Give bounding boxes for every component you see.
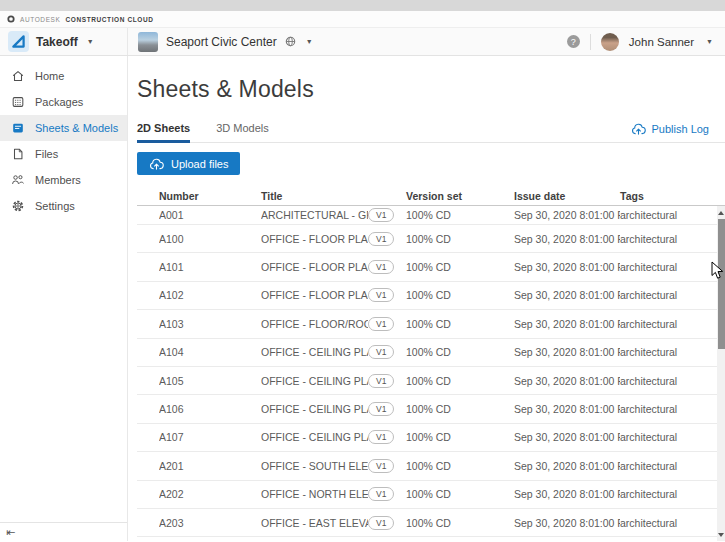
upload-files-button[interactable]: Upload files bbox=[137, 152, 240, 175]
cell-version-set: 100% CD bbox=[406, 431, 514, 443]
cell-title: OFFICE - EAST ELEVATI... bbox=[261, 517, 368, 529]
cell-version-set: 100% CD bbox=[406, 289, 514, 301]
table-row[interactable]: A106 OFFICE - CEILING PLA... V1 100% CD … bbox=[137, 395, 725, 423]
cell-version-set: 100% CD bbox=[406, 488, 514, 500]
tab-2d-sheets[interactable]: 2D Sheets bbox=[137, 122, 190, 142]
cell-tags: architectural bbox=[620, 346, 725, 358]
version-badge[interactable]: V1 bbox=[368, 430, 394, 444]
file-icon bbox=[11, 147, 25, 161]
cell-tags: architectural bbox=[620, 289, 725, 301]
column-header-title[interactable]: Title bbox=[261, 190, 406, 202]
scrollbar-thumb[interactable] bbox=[718, 219, 725, 349]
publish-log-link[interactable]: Publish Log bbox=[631, 123, 710, 142]
cell-title: OFFICE - CEILING PLA... bbox=[261, 431, 368, 443]
chevron-down-icon: ▼ bbox=[306, 38, 313, 45]
sidebar-item-packages[interactable]: Packages bbox=[0, 89, 127, 115]
version-badge[interactable]: V1 bbox=[368, 487, 394, 501]
sidebar-item-label: Home bbox=[35, 70, 64, 82]
product-name: Takeoff bbox=[36, 35, 78, 49]
cell-tags: architectural bbox=[620, 375, 725, 387]
table-row[interactable]: A201 OFFICE - SOUTH ELEVA... V1 100% CD … bbox=[137, 452, 725, 480]
cell-title: OFFICE - FLOOR/ROOF ... bbox=[261, 318, 368, 330]
cell-number: A201 bbox=[159, 460, 261, 472]
publish-log-label: Publish Log bbox=[652, 123, 710, 135]
tab-3d-models[interactable]: 3D Models bbox=[216, 122, 269, 142]
cell-title: OFFICE - NORTH ELEVA... bbox=[261, 488, 368, 500]
table-row[interactable]: A102 OFFICE - FLOOR PLAN ... V1 100% CD … bbox=[137, 282, 725, 310]
app-header: Takeoff ▼ Seaport Civic Center ▼ ? John … bbox=[0, 28, 725, 56]
table-row[interactable]: A101 OFFICE - FLOOR PLAN ... V1 100% CD … bbox=[137, 253, 725, 281]
version-badge[interactable]: V1 bbox=[368, 260, 394, 274]
product-switcher[interactable]: Takeoff ▼ bbox=[0, 28, 128, 55]
cell-version-set: 100% CD bbox=[406, 261, 514, 273]
sidebar-item-home[interactable]: Home bbox=[0, 63, 127, 89]
sidebar-item-members[interactable]: Members bbox=[0, 167, 127, 193]
version-badge[interactable]: V1 bbox=[368, 374, 394, 388]
cell-title: OFFICE - CEILING PLA... bbox=[261, 375, 368, 387]
version-badge[interactable]: V1 bbox=[368, 317, 394, 331]
user-name: John Sanner bbox=[629, 36, 694, 48]
version-badge[interactable]: V1 bbox=[368, 402, 394, 416]
version-badge[interactable]: V1 bbox=[368, 459, 394, 473]
column-header-version-set[interactable]: Version set bbox=[406, 190, 514, 202]
avatar[interactable] bbox=[601, 33, 619, 51]
table-row[interactable]: A105 OFFICE - CEILING PLA... V1 100% CD … bbox=[137, 367, 725, 395]
table-row[interactable]: A100 OFFICE - FLOOR PLAN ... V1 100% CD … bbox=[137, 225, 725, 253]
table-row[interactable]: A103 OFFICE - FLOOR/ROOF ... V1 100% CD … bbox=[137, 310, 725, 338]
cell-title: OFFICE - FLOOR PLAN ... bbox=[261, 233, 368, 245]
chevron-down-icon[interactable]: ▼ bbox=[706, 38, 713, 45]
sidebar-collapse-button[interactable]: ⇤ bbox=[0, 522, 127, 541]
version-badge[interactable]: V1 bbox=[368, 208, 394, 222]
autodesk-logo-icon bbox=[7, 15, 15, 23]
column-header-issue-date[interactable]: Issue date bbox=[514, 190, 620, 202]
scroll-up-arrow-icon[interactable] bbox=[717, 207, 725, 218]
table-row[interactable]: A104 OFFICE - CEILING PLA... V1 100% CD … bbox=[137, 339, 725, 367]
cloud-upload-icon bbox=[631, 123, 646, 135]
cell-version-set: 100% CD bbox=[406, 233, 514, 245]
home-icon bbox=[11, 69, 25, 83]
collapse-icon: ⇤ bbox=[6, 526, 15, 539]
cloud-upload-icon bbox=[149, 158, 164, 170]
cell-issue-date: Sep 30, 2020 8:01:00 P... bbox=[514, 488, 620, 500]
page-title: Sheets & Models bbox=[137, 76, 725, 103]
vertical-scrollbar[interactable] bbox=[717, 206, 725, 541]
cell-version-set: 100% CD bbox=[406, 403, 514, 415]
table-row[interactable]: A203 OFFICE - EAST ELEVATI... V1 100% CD… bbox=[137, 509, 725, 537]
cell-number: A202 bbox=[159, 488, 261, 500]
cell-issue-date: Sep 30, 2020 8:01:00 P... bbox=[514, 289, 620, 301]
cell-version-set: 100% CD bbox=[406, 517, 514, 529]
cell-issue-date: Sep 30, 2020 8:01:00 P... bbox=[514, 261, 620, 273]
sidebar-item-label: Sheets & Models bbox=[35, 122, 118, 134]
cell-title: ARCHITECTURAL - GRA... bbox=[261, 209, 368, 221]
cell-number: A001 bbox=[159, 209, 261, 221]
version-badge[interactable]: V1 bbox=[368, 345, 394, 359]
tab-bar: 2D Sheets 3D Models Publish Log bbox=[137, 118, 725, 143]
cell-number: A105 bbox=[159, 375, 261, 387]
table-row[interactable]: A202 OFFICE - NORTH ELEVA... V1 100% CD … bbox=[137, 481, 725, 509]
column-header-tags[interactable]: Tags bbox=[620, 190, 725, 202]
cell-issue-date: Sep 30, 2020 8:01:00 P... bbox=[514, 233, 620, 245]
brand-autodesk: AUTODESK bbox=[20, 16, 60, 23]
cell-number: A106 bbox=[159, 403, 261, 415]
cell-number: A104 bbox=[159, 346, 261, 358]
cell-title: OFFICE - SOUTH ELEVA... bbox=[261, 460, 368, 472]
sidebar-item-settings[interactable]: Settings bbox=[0, 193, 127, 219]
version-badge[interactable]: V1 bbox=[368, 232, 394, 246]
version-badge[interactable]: V1 bbox=[368, 516, 394, 530]
sidebar-item-sheets-models[interactable]: Sheets & Models bbox=[0, 115, 127, 141]
table-row[interactable]: A107 OFFICE - CEILING PLA... V1 100% CD … bbox=[137, 424, 725, 452]
cell-number: A203 bbox=[159, 517, 261, 529]
sidebar: Home Packages Sheets & Models bbox=[0, 56, 128, 541]
cell-title: OFFICE - FLOOR PLAN ... bbox=[261, 261, 368, 273]
scroll-down-arrow-icon[interactable] bbox=[717, 529, 725, 540]
column-header-number[interactable]: Number bbox=[159, 190, 261, 202]
cell-tags: architectural bbox=[620, 403, 725, 415]
sidebar-item-files[interactable]: Files bbox=[0, 141, 127, 167]
project-switcher[interactable]: Seaport Civic Center ▼ bbox=[128, 28, 313, 55]
help-icon[interactable]: ? bbox=[567, 35, 580, 48]
cell-issue-date: Sep 30, 2020 8:01:00 P... bbox=[514, 403, 620, 415]
sidebar-item-label: Files bbox=[35, 148, 58, 160]
version-badge[interactable]: V1 bbox=[368, 288, 394, 302]
table-body: A001 ARCHITECTURAL - GRA... V1 100% CD S… bbox=[137, 206, 725, 540]
table-row[interactable]: A001 ARCHITECTURAL - GRA... V1 100% CD S… bbox=[137, 206, 725, 225]
